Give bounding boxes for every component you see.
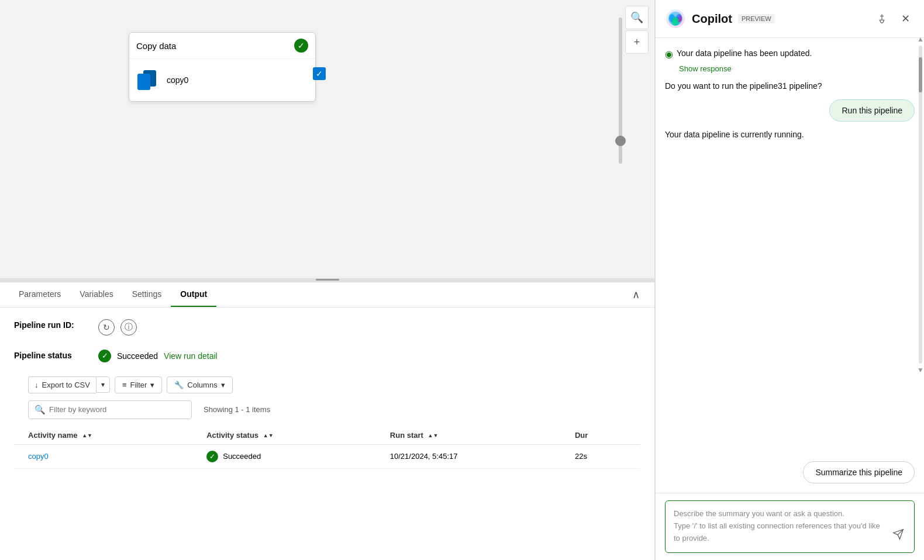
table-cell-run-start: 10/21/2024, 5:45:17 (376, 444, 561, 468)
activity-name-link[interactable]: copy0 (28, 452, 49, 461)
pipeline-node-check-icon: ✓ (294, 39, 308, 53)
pipeline-status-label: Pipeline status (14, 350, 84, 362)
tab-parameters[interactable]: Parameters (9, 282, 70, 307)
pipeline-status-value: ✓ Succeeded View run detail (98, 350, 218, 362)
canvas-area: Copy data ✓ copy0 ✓ 🔍 + (0, 0, 654, 278)
search-input[interactable] (49, 405, 185, 414)
copilot-logo-icon (665, 8, 686, 29)
download-icon: ↓ (35, 381, 39, 389)
filter-button[interactable]: ≡ Filter ▾ (115, 376, 162, 393)
summarize-pipeline-button[interactable]: Summarize this pipeline (803, 461, 915, 483)
message-pipeline-updated: ◉ Your data pipeline has been updated. S… (665, 47, 915, 73)
left-panel: Copy data ✓ copy0 ✓ 🔍 + (0, 0, 655, 560)
svg-point-2 (672, 18, 679, 23)
sort-icon-activity-name[interactable]: ▲▼ (82, 433, 92, 438)
show-response-link[interactable]: Show response (679, 64, 732, 73)
pipeline-node-body: copy0 (129, 59, 315, 101)
activity-status-check-icon: ✓ (206, 451, 218, 462)
status-text: Succeeded (117, 351, 158, 361)
sort-icon-run-start[interactable]: ▲▼ (427, 433, 438, 438)
export-csv-button-group: ↓ Export to CSV ▾ (28, 376, 110, 393)
tab-settings[interactable]: Settings (123, 282, 171, 307)
col-duration: Dur (561, 426, 640, 445)
message-text-updated: Your data pipeline has been updated. (677, 47, 812, 60)
scroll-up-arrow[interactable]: ▲ (917, 35, 924, 43)
output-toolbar: ↓ Export to CSV ▾ ≡ Filter ▾ 🔧 Columns ▾ (14, 376, 640, 400)
refresh-button[interactable]: ↻ (98, 319, 115, 336)
activity-status-text: Succeeded (223, 452, 261, 461)
tabs-bar: Parameters Variables Settings Output ∧ (0, 282, 654, 307)
copilot-input-box[interactable]: Describe the summary you want or ask a q… (665, 500, 915, 553)
send-button[interactable] (889, 525, 908, 544)
message-text-running: Your data pipeline is currently running. (665, 130, 804, 139)
pipeline-run-id-row: Pipeline run ID: ↻ ⓘ (14, 319, 640, 336)
col-activity-status: Activity status ▲▼ (192, 426, 376, 445)
scroll-down-arrow[interactable]: ▼ (917, 366, 924, 374)
tab-variables[interactable]: Variables (70, 282, 122, 307)
search-canvas-button[interactable]: 🔍 (625, 6, 649, 29)
filter-icon: ≡ (122, 381, 127, 389)
pipeline-node-activity-name: copy0 (167, 75, 188, 85)
pipeline-node-header: Copy data ✓ (129, 33, 315, 59)
export-csv-main-button[interactable]: ↓ Export to CSV (28, 376, 96, 393)
pipeline-run-id-label: Pipeline run ID: (14, 319, 84, 331)
showing-text: Showing 1 - 1 items (204, 405, 270, 414)
copilot-input-placeholder: Describe the summary you want or ask a q… (674, 509, 880, 542)
columns-button[interactable]: 🔧 Columns ▾ (167, 376, 232, 393)
export-csv-label: Export to CSV (42, 381, 90, 389)
pipeline-status-row: Pipeline status ✓ Succeeded View run det… (14, 350, 640, 362)
zoom-slider[interactable] (619, 18, 622, 164)
copilot-title: Copilot (692, 12, 732, 26)
copilot-close-button[interactable]: ✕ (896, 9, 915, 28)
zoom-in-button[interactable]: + (625, 30, 649, 54)
status-check-icon: ✓ (98, 350, 111, 362)
message-run-question: Do you want to run the pipeline31 pipeli… (665, 80, 889, 92)
pipeline-node[interactable]: Copy data ✓ copy0 (129, 32, 316, 102)
copy-data-icon (136, 68, 160, 92)
copilot-chat: ◉ Your data pipeline has been updated. S… (656, 38, 924, 493)
copilot-panel: Copilot PREVIEW ✕ ◉ Your data pipeline h… (655, 0, 924, 560)
node-checkbox-icon: ✓ (313, 67, 326, 80)
col-run-start: Run start ▲▼ (376, 426, 561, 445)
copilot-header-actions: ✕ (873, 9, 915, 28)
columns-label: Columns (187, 381, 217, 389)
copilot-pin-button[interactable] (873, 9, 891, 28)
sort-icon-activity-status[interactable]: ▲▼ (263, 433, 274, 438)
message-pipeline-running: Your data pipeline is currently running. (665, 129, 889, 141)
panel-divider-handle (316, 279, 339, 281)
zoom-slider-thumb[interactable] (615, 136, 626, 146)
export-csv-caret-button[interactable]: ▾ (96, 376, 110, 393)
table-cell-duration: 22s (561, 444, 640, 468)
activity-table: Activity name ▲▼ Activity status ▲▼ Run … (14, 426, 640, 469)
table-row: copy0✓Succeeded10/21/2024, 5:45:1722s (14, 444, 640, 468)
table-cell-activity-status: ✓Succeeded (192, 444, 376, 468)
info-button[interactable]: ⓘ (120, 319, 137, 336)
copilot-header: Copilot PREVIEW ✕ (656, 0, 924, 38)
output-content: Pipeline run ID: ↻ ⓘ Pipeline status ✓ S… (0, 307, 654, 561)
pipeline-node-title: Copy data (136, 41, 176, 51)
columns-caret-icon: ▾ (221, 381, 225, 389)
copilot-preview-badge: PREVIEW (738, 14, 775, 23)
columns-icon: 🔧 (174, 381, 184, 389)
copilot-scrollbar[interactable]: ▲ ▼ (918, 35, 923, 374)
collapse-panel-button[interactable]: ∧ (626, 285, 645, 304)
pipeline-run-id-value: ↻ ⓘ (98, 319, 137, 336)
scroll-track (919, 46, 922, 364)
view-run-detail-link[interactable]: View run detail (164, 351, 218, 361)
filter-label: Filter (130, 381, 147, 389)
run-pipeline-suggestion-button[interactable]: Run this pipeline (829, 99, 915, 122)
spinner-icon: ◉ (665, 47, 673, 61)
col-activity-name: Activity name ▲▼ (14, 426, 192, 445)
copilot-input-area: Describe the summary you want or ask a q… (656, 493, 924, 560)
canvas-toolbar: 🔍 + (625, 6, 649, 54)
filter-row: 🔍 Showing 1 - 1 items (14, 400, 640, 426)
search-input-wrap: 🔍 (28, 400, 192, 419)
scroll-thumb[interactable] (919, 57, 922, 92)
table-cell-activity-name: copy0 (14, 444, 192, 468)
search-icon: 🔍 (35, 405, 46, 415)
filter-caret-icon: ▾ (150, 381, 154, 389)
tab-output[interactable]: Output (171, 282, 216, 307)
bottom-panel: Parameters Variables Settings Output ∧ P… (0, 282, 654, 561)
message-text-question: Do you want to run the pipeline31 pipeli… (665, 81, 822, 91)
